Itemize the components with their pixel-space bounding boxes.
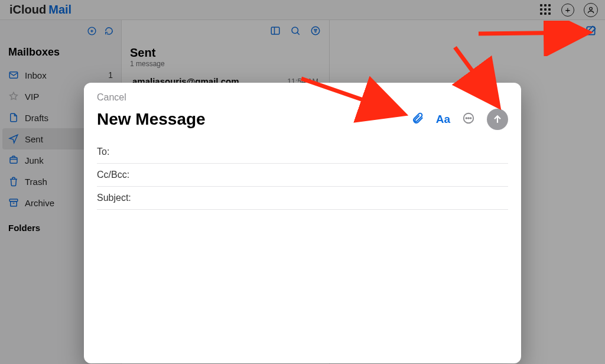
refresh-icon[interactable] <box>104 26 114 38</box>
filter-circle-icon[interactable] <box>310 25 321 38</box>
to-input[interactable] <box>139 147 508 157</box>
ccbcc-label: Cc/Bcc: <box>97 170 139 180</box>
brand-icloud: iCloud <box>9 3 46 17</box>
filter-icon[interactable] <box>87 26 97 38</box>
sidebar-item-label: VIP <box>25 92 39 102</box>
compose-title: New Message <box>97 110 206 129</box>
compose-modal: Cancel New Message Aa To: Cc/Bcc: Subjec… <box>84 83 521 363</box>
ccbcc-field[interactable]: Cc/Bcc: <box>97 164 508 187</box>
sidebar-item-label: Drafts <box>25 113 48 123</box>
junk-icon <box>8 155 19 165</box>
cancel-button[interactable]: Cancel <box>97 92 508 103</box>
subject-label: Subject: <box>97 193 139 203</box>
sidebar-item-label: Trash <box>25 177 47 187</box>
trash-icon <box>8 176 19 187</box>
svg-rect-3 <box>10 158 17 164</box>
app-launcher-icon[interactable] <box>540 4 552 16</box>
topbar: iCloud Mail + <box>0 0 605 20</box>
sidebar-item-count: 1 <box>108 70 113 80</box>
subject-input[interactable] <box>139 193 508 203</box>
svg-point-12 <box>468 118 469 119</box>
sidebar-title: Mailboxes <box>0 44 121 61</box>
sidebar-item-label: Sent <box>25 134 43 144</box>
archive-icon <box>8 197 19 208</box>
list-subtitle: 1 message <box>122 60 329 73</box>
subject-field[interactable]: Subject: <box>97 187 508 210</box>
search-icon[interactable] <box>290 25 301 38</box>
format-icon[interactable]: Aa <box>436 113 450 126</box>
add-button-icon[interactable]: + <box>561 4 574 17</box>
svg-point-0 <box>590 7 593 10</box>
brand-mail: Mail <box>48 3 71 17</box>
send-button[interactable] <box>487 109 508 130</box>
to-field[interactable]: To: <box>97 141 508 164</box>
attachment-icon[interactable] <box>411 112 424 127</box>
ccbcc-input[interactable] <box>139 170 508 180</box>
sidebar-item-label: Archive <box>25 198 54 208</box>
svg-rect-5 <box>11 202 17 206</box>
account-avatar-icon[interactable] <box>584 3 598 17</box>
svg-point-7 <box>292 27 298 34</box>
svg-point-11 <box>466 118 467 119</box>
sidebar-item-label: Inbox <box>25 70 47 80</box>
inbox-icon <box>8 70 19 80</box>
paper-plane-icon <box>8 134 19 144</box>
to-label: To: <box>97 147 139 157</box>
document-icon <box>8 112 19 123</box>
sidebar-toggle-icon[interactable] <box>270 25 281 38</box>
list-title: Sent <box>122 44 329 60</box>
svg-rect-6 <box>271 27 279 34</box>
more-options-icon[interactable] <box>462 112 475 127</box>
compose-icon[interactable] <box>585 25 597 39</box>
compose-body[interactable] <box>97 210 508 363</box>
sidebar-item-label: Junk <box>25 155 44 165</box>
star-icon <box>8 91 19 102</box>
svg-point-13 <box>470 118 471 119</box>
